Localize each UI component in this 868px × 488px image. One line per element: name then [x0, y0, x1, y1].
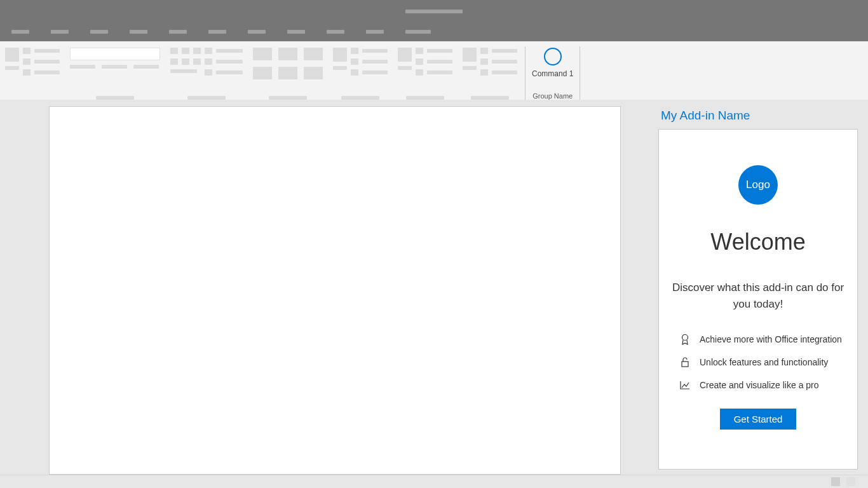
ribbon-tab[interactable] — [51, 30, 69, 34]
welcome-subheading: Discover what this add-in can do for you… — [672, 280, 844, 312]
task-pane: My Add-in Name Logo Welcome Discover wha… — [651, 100, 868, 475]
ribbon-group — [458, 46, 522, 100]
command-circle-icon — [544, 48, 562, 65]
ribbon-tab[interactable] — [208, 30, 226, 34]
feature-text: Create and visualize like a pro — [700, 380, 819, 390]
ribbon-award-icon — [679, 334, 691, 345]
ribbon-tab[interactable] — [405, 30, 431, 34]
chart-icon — [679, 379, 691, 391]
feature-item: Achieve more with Office integration — [679, 334, 844, 345]
document-area — [0, 100, 651, 475]
get-started-button[interactable]: Get Started — [720, 409, 797, 430]
ribbon-group — [393, 46, 458, 100]
ribbon-group — [248, 46, 328, 100]
welcome-heading: Welcome — [710, 229, 805, 255]
view-mode-button[interactable] — [831, 477, 840, 486]
ribbon: Command 1 Group Name — [0, 41, 868, 100]
view-mode-button[interactable] — [846, 477, 855, 486]
ribbon-tab[interactable] — [327, 30, 344, 34]
ribbon-group — [0, 46, 65, 100]
ribbon-group — [328, 46, 393, 100]
svg-point-0 — [682, 335, 688, 341]
task-pane-title: My Add-in Name — [658, 109, 858, 123]
task-pane-card: Logo Welcome Discover what this add-in c… — [658, 129, 858, 470]
status-bar — [0, 475, 868, 488]
command-1-button[interactable]: Command 1 — [532, 46, 573, 78]
command-label: Command 1 — [532, 69, 573, 78]
logo-text: Logo — [746, 179, 770, 191]
svg-rect-1 — [682, 362, 688, 367]
title-placeholder — [405, 10, 463, 13]
document-page[interactable] — [49, 106, 621, 475]
ribbon-tab[interactable] — [130, 30, 147, 34]
ribbon-group — [65, 46, 165, 100]
ribbon-tab[interactable] — [287, 30, 305, 34]
feature-text: Unlock features and functionality — [700, 357, 828, 367]
feature-list: Achieve more with Office integration Unl… — [672, 334, 844, 391]
ribbon-addin-group: Command 1 Group Name — [525, 46, 580, 100]
addin-logo: Logo — [738, 165, 778, 205]
ribbon-group-name: Group Name — [532, 92, 573, 100]
ribbon-tab[interactable] — [169, 30, 187, 34]
ribbon-tabs — [0, 22, 868, 41]
ribbon-tab[interactable] — [90, 30, 108, 34]
feature-text: Achieve more with Office integration — [700, 334, 842, 344]
unlock-icon — [679, 356, 691, 368]
ribbon-group — [165, 46, 248, 100]
ribbon-tab[interactable] — [11, 30, 29, 34]
ribbon-tab[interactable] — [248, 30, 266, 34]
workspace: My Add-in Name Logo Welcome Discover wha… — [0, 100, 868, 475]
feature-item: Unlock features and functionality — [679, 356, 844, 368]
ribbon-tab[interactable] — [366, 30, 384, 34]
ribbon-input[interactable] — [70, 48, 160, 60]
title-bar — [0, 0, 868, 22]
feature-item: Create and visualize like a pro — [679, 379, 844, 391]
